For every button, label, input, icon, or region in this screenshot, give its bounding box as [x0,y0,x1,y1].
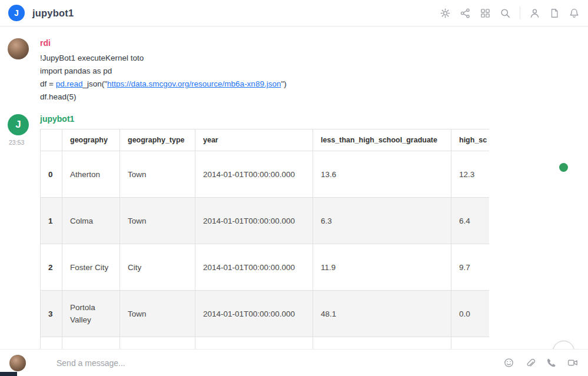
chevron-down-icon [558,345,570,349]
table-cell: 13.6 [313,151,451,198]
unread-indicator [559,163,568,172]
share-icon[interactable] [460,8,471,19]
chat-window: J jupybot1 [0,0,588,376]
message-text: df = [40,79,56,88]
table-cell: 6.4 [451,198,490,244]
table-cell: 2014-01-01T00:00:00.000 [195,151,313,198]
message-gutter: J 23:53 [8,114,40,349]
bell-icon[interactable] [569,8,580,19]
row-index: 1 [41,198,62,244]
table-row [41,337,490,350]
table-cell: 12.3 [451,151,490,198]
person-icon[interactable] [529,8,540,19]
corner-artifact [0,372,17,376]
username-jupybot1[interactable]: jupybot1 [40,114,588,124]
table-cell: Town [120,291,195,337]
table-cell: Town [120,151,195,198]
column-header: geography [62,129,120,151]
table-cell: 6.3 [313,198,451,244]
username-rdi[interactable]: rdi [40,38,588,48]
message-line: df.head(5) [40,91,588,104]
row-index: 2 [41,244,62,291]
table-cell [451,337,490,350]
paperclip-icon[interactable] [524,357,536,368]
dataframe-table: geographygeography_typeyearless_than_hig… [40,129,489,349]
header-toolbar [431,6,580,19]
message-line: df = pd.read_json("https://data.smcgov.o… [40,78,588,91]
message-rdi: rdi !JupyBot1 executeKernel totoimport p… [8,38,588,104]
message-text-block: !JupyBot1 executeKernel totoimport panda… [40,52,588,104]
gear-icon[interactable] [440,8,451,19]
user-avatar-rdi[interactable] [8,38,29,59]
column-header: geography_type [120,129,195,151]
table-cell: Portola Valley [62,291,120,337]
composer [0,349,588,376]
message-text: _json(" [82,79,107,88]
message-jupybot1: J 23:53 jupybot1 geographygeography_type… [8,114,588,349]
message-text: !JupyBot1 executeKernel toto [40,54,144,62]
video-camera-icon[interactable] [567,357,579,368]
message-link[interactable]: pd.read [56,79,83,88]
table-cell [120,337,195,350]
table-cell: Town [120,198,195,244]
column-header: high_sc [451,129,490,151]
table-cell: Foster City [62,244,120,291]
table-cell: 2014-01-01T00:00:00.000 [195,244,313,291]
message-text: import pandas as pd [40,66,112,75]
message-line: !JupyBot1 executeKernel toto [40,52,588,65]
grid-icon[interactable] [480,8,491,19]
table-cell: 2014-01-01T00:00:00.000 [195,291,313,337]
message-text: df.head(5) [40,92,77,101]
message-gutter [8,38,40,104]
row-index: 3 [41,291,62,337]
table-row: 2Foster CityCity2014-01-01T00:00:00.0001… [41,244,490,291]
message-input[interactable] [57,358,493,368]
message-line: import pandas as pd [40,65,588,78]
table-cell [62,337,120,350]
column-header: year [195,129,313,151]
channel-header: J jupybot1 [0,0,588,26]
table-cell: Colma [62,198,120,244]
composer-avatar [9,355,26,371]
table-cell: Atherton [62,151,120,198]
table-cell: 0.0 [451,291,490,337]
table-cell: 11.9 [313,244,451,291]
table-cell: 9.7 [451,244,490,291]
row-index [41,337,62,350]
channel-info: J jupybot1 [8,5,74,21]
table-cell: 48.1 [313,291,451,337]
table-cell: City [120,244,195,291]
column-header: less_than_high_school_graduate [313,129,451,151]
phone-icon[interactable] [546,357,557,368]
bot-avatar[interactable]: J [8,114,29,135]
table-cell [195,337,313,350]
header-divider [520,6,520,19]
row-index: 0 [41,151,62,198]
table-cell: 2014-01-01T00:00:00.000 [195,198,313,244]
table-row: 1ColmaTown2014-01-01T00:00:00.0006.36.4 [41,198,490,244]
message-body: jupybot1 geographygeography_typeyearless… [40,114,588,349]
message-link[interactable]: https://data.smcgov.org/resource/mb6a-xn… [107,79,281,88]
search-icon[interactable] [500,8,511,19]
message-timestamp: 23:53 [8,139,24,146]
column-header [41,129,62,151]
channel-title: jupybot1 [32,8,74,19]
channel-avatar[interactable]: J [8,5,25,21]
table-cell [313,337,451,350]
smiley-icon[interactable] [503,357,514,368]
message-body: rdi !JupyBot1 executeKernel totoimport p… [40,38,588,104]
file-icon[interactable] [549,8,560,19]
message-text: ") [281,79,286,88]
table-row: 3Portola ValleyTown2014-01-01T00:00:00.0… [41,291,490,337]
table-row: 0AthertonTown2014-01-01T00:00:00.00013.6… [41,151,490,198]
message-list: rdi !JupyBot1 executeKernel totoimport p… [0,26,588,349]
dataframe-table-container: geographygeography_typeyearless_than_hig… [40,129,489,349]
